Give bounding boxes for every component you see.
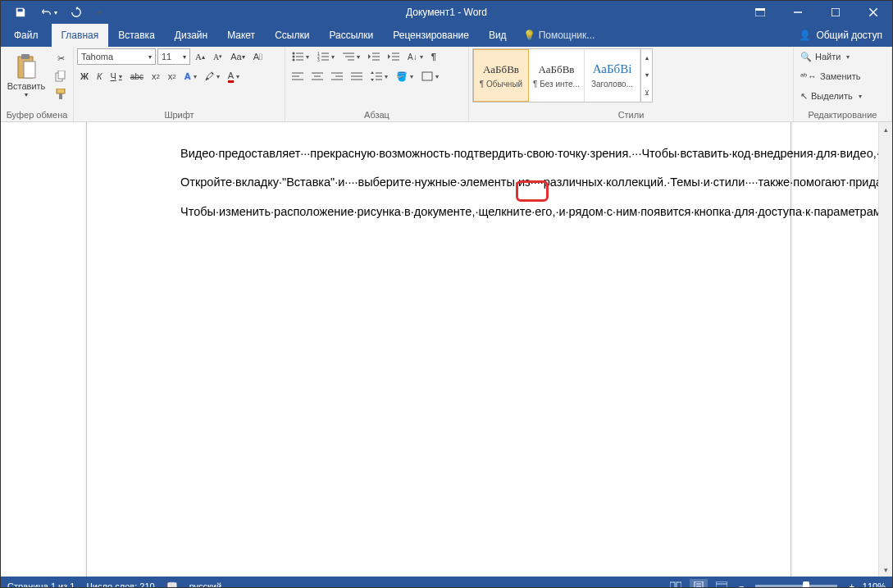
document-page[interactable]: Видео·предоставляет···прекрасную·возможн…: [86, 122, 791, 577]
shading-button[interactable]: 🪣: [393, 68, 417, 84]
styles-gallery[interactable]: АаБбВв ¶ Обычный АаБбВв ¶ Без инте... Аа…: [472, 48, 653, 103]
svg-rect-11: [57, 89, 65, 93]
language-indicator[interactable]: русский: [189, 581, 221, 589]
copy-icon: [55, 71, 66, 82]
ribbon-display-options[interactable]: [741, 1, 779, 24]
vertical-scrollbar[interactable]: ▴ ▾: [878, 122, 892, 577]
clipboard-label: Буфер обмена: [4, 108, 70, 121]
tab-view[interactable]: Вид: [479, 24, 517, 47]
bold-button[interactable]: Ж: [77, 68, 92, 84]
read-mode-button[interactable]: [667, 579, 685, 589]
word-count[interactable]: Число слов: 210: [86, 581, 154, 589]
highlight-button[interactable]: 🖍: [202, 68, 223, 84]
align-left-button[interactable]: [289, 68, 307, 84]
grow-font-button[interactable]: A▴: [192, 48, 208, 65]
editing-label: Редактирование: [797, 108, 888, 121]
tab-insert[interactable]: Вставка: [108, 24, 165, 47]
lightbulb-icon: 💡: [523, 30, 535, 41]
zoom-slider[interactable]: [755, 585, 837, 587]
svg-rect-10: [58, 71, 65, 79]
eraser-icon: A⃠: [253, 52, 262, 62]
strike-button[interactable]: abc: [127, 68, 147, 84]
cut-button[interactable]: ✂: [52, 50, 70, 66]
paragraph-label: Абзац: [289, 108, 465, 121]
copy-button[interactable]: [52, 68, 70, 84]
replace-icon: ᵃᵇ↔: [800, 71, 817, 82]
change-case-button[interactable]: Aa▾: [227, 48, 248, 65]
show-marks-button[interactable]: ¶: [428, 48, 440, 65]
sort-button[interactable]: A↓: [404, 48, 426, 65]
style-heading1[interactable]: АаБбВі Заголово...: [585, 49, 640, 102]
redo-button[interactable]: [63, 2, 89, 22]
multilevel-list-button[interactable]: [339, 48, 363, 65]
decrease-indent-button[interactable]: [365, 48, 383, 65]
multilevel-icon: [343, 52, 354, 62]
style-normal[interactable]: АаБбВв ¶ Обычный: [473, 49, 529, 102]
increase-indent-button[interactable]: [385, 48, 403, 65]
find-button[interactable]: 🔍Найти: [797, 48, 888, 65]
gallery-up[interactable]: ▴: [641, 49, 652, 66]
scroll-down[interactable]: ▾: [879, 563, 892, 577]
align-center-button[interactable]: [308, 68, 326, 84]
zoom-out-button[interactable]: −: [736, 581, 747, 589]
superscript-button[interactable]: x2: [165, 68, 180, 84]
line-spacing-button[interactable]: [367, 68, 391, 84]
tab-layout[interactable]: Макет: [217, 24, 265, 47]
svg-rect-52: [695, 581, 703, 589]
share-button[interactable]: 👤Общий доступ: [789, 24, 892, 47]
tab-design[interactable]: Дизайн: [165, 24, 217, 47]
paragraph-3[interactable]: Чтобы·изменить·расположение·рисунка·в·до…: [180, 204, 697, 220]
style-no-spacing[interactable]: АаБбВв ¶ Без инте...: [529, 49, 585, 102]
window-controls: [741, 1, 892, 24]
gallery-down[interactable]: ▾: [641, 66, 652, 84]
underline-button[interactable]: Ч: [107, 68, 125, 84]
proofing-icon[interactable]: 📖: [166, 581, 178, 588]
minimize-button[interactable]: [779, 1, 817, 24]
zoom-level[interactable]: 110%: [863, 581, 886, 589]
undo-button[interactable]: ▾: [35, 2, 62, 22]
qat-customize[interactable]: [91, 2, 104, 22]
text-effects-button[interactable]: A: [181, 68, 200, 84]
numbering-button[interactable]: 123: [314, 48, 338, 65]
select-button[interactable]: ↖Выделить: [797, 88, 888, 104]
clear-formatting-button[interactable]: A⃠: [250, 48, 266, 65]
gallery-more[interactable]: ⊻: [641, 84, 652, 102]
bucket-icon: 🪣: [396, 71, 408, 82]
font-label: Шрифт: [77, 108, 281, 121]
tab-home[interactable]: Главная: [52, 24, 109, 47]
zoom-in-button[interactable]: +: [845, 581, 857, 589]
paragraph-1[interactable]: Видео·предоставляет···прекрасную·возможн…: [180, 146, 697, 162]
document-area: Видео·предоставляет···прекрасную·возможн…: [1, 122, 892, 577]
bullets-button[interactable]: [289, 48, 312, 65]
font-size-combo[interactable]: 11▾: [157, 48, 190, 65]
tab-file[interactable]: Файл: [1, 24, 52, 47]
subscript-button[interactable]: x2: [148, 68, 163, 84]
font-color-button[interactable]: A: [225, 68, 243, 84]
italic-button[interactable]: К: [93, 68, 105, 84]
borders-button[interactable]: [418, 68, 442, 84]
align-right-button[interactable]: [328, 68, 346, 84]
shrink-font-button[interactable]: A▾: [210, 48, 226, 65]
tell-me[interactable]: 💡Помощник...: [523, 24, 595, 47]
paste-button[interactable]: Вставить ▾: [4, 48, 48, 103]
ribbon: Вставить ▾ ✂ Буфер обмена Tahoma▾ 11▾ A▴…: [1, 47, 892, 122]
tab-review[interactable]: Рецензирование: [383, 24, 479, 47]
scroll-up[interactable]: ▴: [879, 122, 892, 136]
close-button[interactable]: [854, 1, 892, 24]
clipboard-icon: [15, 53, 38, 81]
tab-mailings[interactable]: Рассылки: [319, 24, 383, 47]
save-button[interactable]: [7, 2, 34, 22]
tab-references[interactable]: Ссылки: [265, 24, 319, 47]
format-painter-button[interactable]: [52, 86, 70, 103]
page-indicator[interactable]: Страница 1 из 1: [7, 581, 75, 589]
group-clipboard: Вставить ▾ ✂ Буфер обмена: [1, 47, 74, 121]
font-name-combo[interactable]: Tahoma▾: [77, 48, 156, 65]
svg-rect-50: [670, 582, 675, 589]
print-layout-button[interactable]: [690, 579, 708, 589]
justify-button[interactable]: [348, 68, 366, 84]
web-layout-button[interactable]: [713, 579, 731, 589]
maximize-button[interactable]: [817, 1, 854, 24]
replace-button[interactable]: ᵃᵇ↔Заменить: [797, 68, 888, 84]
svg-rect-51: [677, 582, 681, 589]
paragraph-2[interactable]: Откройте·вкладку·"Вставка"·и····выберите…: [180, 175, 697, 190]
